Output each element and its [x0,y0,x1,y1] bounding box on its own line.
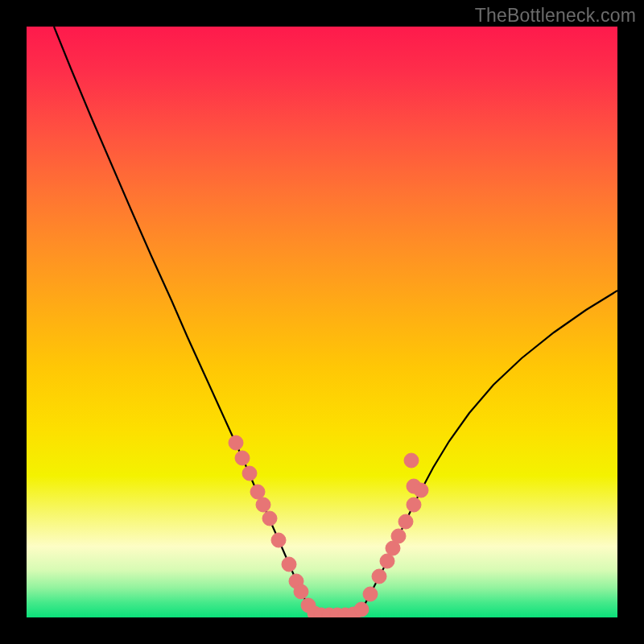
highlight-dot [256,497,270,512]
highlight-dot [380,554,394,568]
highlight-dot [414,483,428,497]
highlight-dot [229,436,243,450]
right-curve-path [358,291,617,614]
chart-frame: TheBottleneck.com [0,0,644,644]
highlight-dot [294,584,308,599]
highlight-dot [282,557,296,572]
highlight-dot [404,453,419,468]
highlight-dot [354,602,369,617]
highlight-dot [262,511,277,526]
curve-svg [27,27,617,617]
highlight-dot [235,451,250,465]
highlight-dot [242,466,257,481]
highlight-dot [372,569,386,584]
watermark-text: TheBottleneck.com [475,5,636,27]
highlight-dot [398,514,413,529]
highlight-dot [271,533,286,547]
left-curve-path [54,27,313,614]
highlight-dots-group [229,436,428,617]
highlight-dot [363,587,378,601]
highlight-dot [407,497,421,512]
plot-area [27,27,617,617]
highlight-dot [391,529,406,543]
highlight-dot [250,485,265,499]
